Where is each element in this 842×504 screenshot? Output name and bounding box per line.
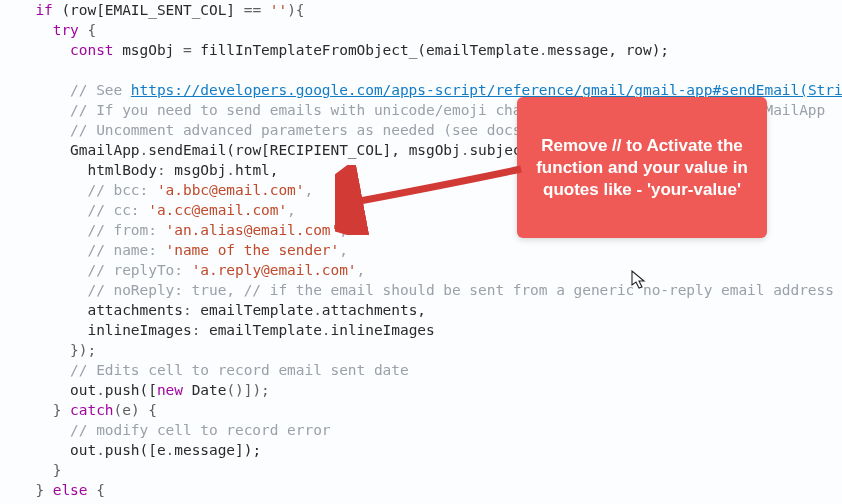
- kw-else: else: [53, 482, 88, 498]
- callout-text: Remove // to Activate the function and y…: [531, 135, 753, 201]
- gmailapp: GmailApp: [70, 142, 139, 158]
- commented-name: // name:: [87, 242, 165, 258]
- commented-cc: // cc:: [87, 202, 148, 218]
- comment: // See: [70, 82, 131, 98]
- commented-noreply: // noReply: true, // if the email should…: [87, 282, 842, 298]
- code-block: if (row[EMAIL_SENT_COL] == ''){ try { co…: [0, 0, 842, 504]
- annotation-callout: Remove // to Activate the function and y…: [517, 97, 767, 238]
- kw-if: if: [35, 2, 52, 18]
- comment: // Edits cell to record email sent date: [70, 362, 409, 378]
- commented-bcc: // bcc:: [87, 182, 156, 198]
- kw-try: try: [53, 22, 79, 38]
- comment: // modify cell to record error: [70, 422, 330, 438]
- comment: // Uncomment advanced parameters as need…: [70, 122, 521, 138]
- doc-link[interactable]: https://developers.google.com/apps-scrip…: [131, 82, 842, 98]
- kw-const: const: [70, 42, 113, 58]
- kw-new: new: [157, 382, 183, 398]
- kw-catch: catch: [70, 402, 113, 418]
- commented-replyto: // replyTo:: [87, 262, 191, 278]
- commented-from: // from:: [87, 222, 165, 238]
